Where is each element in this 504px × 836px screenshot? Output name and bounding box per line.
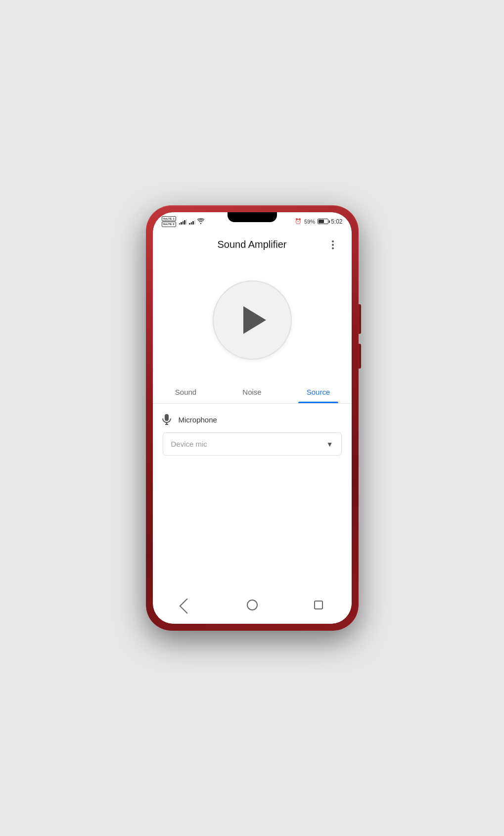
time-display: 5:02 [331,218,342,225]
bar4 [194,220,196,225]
tab-sound[interactable]: Sound [153,381,219,403]
app-header: Sound Amplifier [153,229,352,259]
recents-nav-button[interactable] [309,595,328,615]
home-nav-icon [247,600,258,610]
notch [228,212,277,222]
play-icon [243,306,266,334]
volte2-badge: VoLTE 2 [162,222,176,227]
bar2 [181,222,182,225]
volte1-badge: VoLTE 1 [162,216,176,221]
device-mic-dropdown[interactable]: Device mic ▼ [163,432,342,456]
play-button[interactable] [213,280,292,360]
microphone-label: Microphone [179,416,217,424]
app-title: Sound Amplifier [181,239,324,250]
microphone-row: Microphone [161,414,344,425]
back-nav-icon [179,599,194,614]
dropdown-container: Device mic ▼ [163,432,342,456]
volume-button[interactable] [359,344,361,369]
alarm-icon: ⏰ [295,218,302,225]
screen: VoLTE 1 VoLTE 2 [153,212,352,624]
volte-indicators: VoLTE 1 VoLTE 2 [162,216,176,227]
phone-screen-container: VoLTE 1 VoLTE 2 [153,212,352,624]
bar3 [192,221,194,225]
status-left: VoLTE 1 VoLTE 2 [162,216,205,227]
home-nav-button[interactable] [242,595,262,615]
phone-device: VoLTE 1 VoLTE 2 [146,205,359,631]
bar2 [191,222,192,225]
more-menu-button[interactable] [324,236,342,254]
bar1 [189,223,190,225]
battery-icon [318,219,328,224]
three-dots-icon [332,240,334,249]
battery-percent: 59% [304,219,315,225]
tabs-container: Sound Noise Source [153,381,352,404]
source-content: Microphone Device mic ▼ [153,404,352,465]
bottom-navigation [153,588,352,624]
back-nav-button[interactable] [176,595,196,615]
bar3 [183,221,184,225]
tab-source[interactable]: Source [285,381,352,403]
dropdown-arrow-icon: ▼ [326,440,333,448]
dropdown-current-value: Device mic [171,440,207,448]
tab-noise[interactable]: Noise [219,381,285,403]
bar5 [186,219,187,225]
signal1-icon [179,219,187,225]
play-area [153,259,352,381]
wifi-icon [197,218,204,225]
recents-nav-icon [314,601,323,609]
empty-content-area [153,465,352,588]
microphone-icon [161,414,173,425]
bar4 [184,220,185,225]
bar1 [179,223,181,225]
signal2-icon [189,219,195,225]
power-button[interactable] [359,304,361,334]
status-right: ⏰ 59% 5:02 [295,218,342,225]
